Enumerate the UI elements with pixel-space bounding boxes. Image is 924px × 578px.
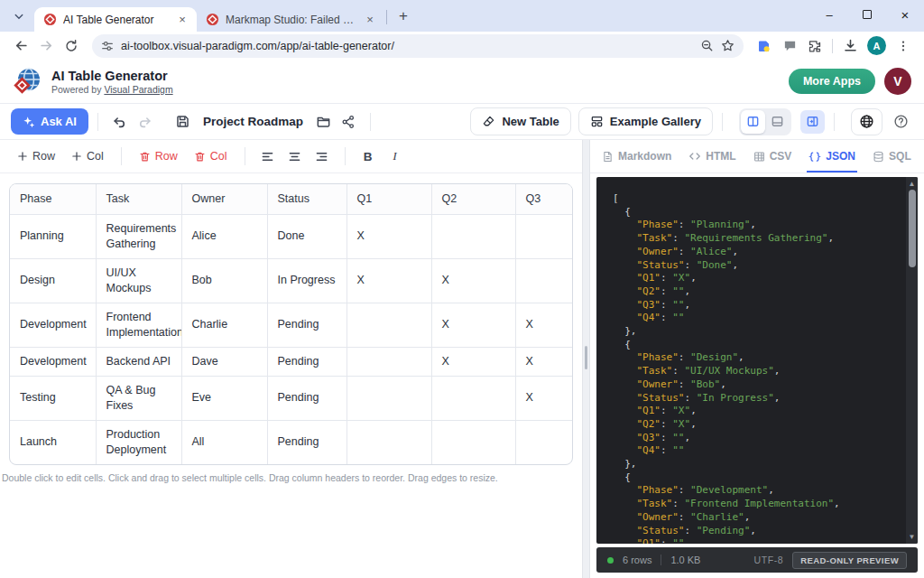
table-cell[interactable] [346, 347, 431, 376]
help-icon[interactable] [888, 109, 913, 135]
column-header[interactable]: Task [96, 184, 181, 214]
editor-scrollbar[interactable]: ▲ ▼ [906, 177, 918, 544]
table-cell[interactable]: Production Deployment [96, 420, 181, 464]
example-gallery-button[interactable]: Example Gallery [578, 107, 713, 135]
maximize-button[interactable] [848, 0, 886, 29]
table-cell[interactable]: Development [10, 347, 96, 376]
back-icon[interactable] [9, 34, 32, 58]
table-cell[interactable]: Pending [267, 347, 346, 376]
new-tab-button[interactable]: + [393, 5, 414, 27]
table-cell[interactable] [431, 214, 515, 258]
column-header[interactable]: Q2 [431, 184, 515, 214]
split-vertical-layout-icon[interactable] [741, 110, 765, 134]
delete-row-button[interactable]: Row [131, 144, 186, 168]
table-cell[interactable]: Backend API [96, 347, 181, 376]
share-icon[interactable] [336, 109, 361, 135]
forward-icon[interactable] [34, 34, 58, 58]
italic-button[interactable]: I [384, 144, 406, 168]
table-cell[interactable]: Dave [181, 347, 267, 376]
table-cell[interactable]: Bob [181, 258, 267, 303]
browser-tab[interactable]: AI Table Generator× [34, 7, 197, 32]
table-cell[interactable]: Development [10, 303, 96, 347]
redo-icon[interactable] [133, 109, 158, 135]
undo-icon[interactable] [107, 109, 133, 135]
table-cell[interactable]: All [181, 420, 267, 464]
table-cell[interactable]: Planning [10, 214, 96, 258]
document-title[interactable]: Project Roadmap [203, 115, 303, 128]
table-cell[interactable] [346, 376, 431, 420]
export-tab-html[interactable]: HTML [688, 140, 735, 172]
table-cell[interactable] [515, 420, 573, 464]
bold-button[interactable]: B [357, 144, 379, 168]
add-row-button[interactable]: Row [9, 144, 63, 168]
toggle-right-panel-icon[interactable] [800, 110, 825, 134]
table-cell[interactable] [515, 258, 573, 303]
browser-menu-kebab-icon[interactable] [892, 34, 915, 58]
extension-docs-icon[interactable] [753, 34, 776, 58]
table-cell[interactable]: X [515, 347, 573, 376]
reload-icon[interactable] [60, 34, 83, 58]
export-tab-json[interactable]: JSON [808, 140, 855, 172]
table-cell[interactable] [431, 376, 515, 420]
table-cell[interactable]: Charlie [181, 303, 267, 347]
scroll-down-icon[interactable]: ▼ [906, 531, 918, 543]
table-cell[interactable]: UI/UX Mockups [96, 258, 181, 303]
table-cell[interactable]: Pending [267, 420, 346, 464]
split-horizontal-layout-icon[interactable] [765, 110, 790, 134]
panel-splitter[interactable] [582, 140, 590, 578]
account-avatar[interactable]: V [884, 68, 911, 95]
new-table-button[interactable]: New Table [470, 107, 570, 135]
table-cell[interactable] [515, 214, 573, 258]
language-globe-icon[interactable] [851, 108, 882, 135]
extension-chat-icon[interactable] [778, 34, 801, 58]
save-icon[interactable] [171, 109, 196, 135]
table-cell[interactable]: X [346, 214, 431, 258]
url-text[interactable]: ai-toolbox.visual-paradigm.com/app/ai-ta… [121, 40, 394, 52]
table-cell[interactable]: X [431, 347, 515, 376]
align-center-icon[interactable] [284, 144, 306, 168]
open-folder-icon[interactable] [310, 109, 336, 135]
splitter-drag-handle[interactable] [585, 346, 587, 369]
chrome-profile-avatar[interactable]: A [867, 36, 886, 55]
visual-paradigm-link[interactable]: Visual Paradigm [104, 84, 172, 95]
ask-ai-button[interactable]: Ask AI [11, 108, 88, 135]
tab-search-chevron-icon[interactable] [7, 5, 31, 28]
table-cell[interactable] [346, 420, 431, 464]
table-cell[interactable] [346, 303, 431, 347]
close-window-button[interactable]: × [886, 0, 924, 29]
table-cell[interactable]: Eve [181, 376, 267, 420]
export-tab-csv[interactable]: CSV [753, 140, 792, 172]
table-cell[interactable]: Launch [10, 420, 96, 464]
table-cell[interactable]: Testing [10, 376, 96, 420]
table-cell[interactable]: X [431, 258, 515, 303]
browser-tab[interactable]: Markmap Studio: Failed to ope× [197, 7, 384, 32]
table-cell[interactable]: Frontend Implementation [96, 303, 181, 347]
table-cell[interactable]: Pending [267, 303, 346, 347]
table-cell[interactable]: Alice [181, 214, 267, 258]
tab-close-icon[interactable]: × [363, 13, 377, 27]
extensions-puzzle-icon[interactable] [803, 34, 827, 58]
align-left-icon[interactable] [257, 144, 279, 168]
align-right-icon[interactable] [311, 144, 333, 168]
table-cell[interactable]: QA & Bug Fixes [96, 376, 181, 420]
column-header[interactable]: Q3 [515, 184, 573, 214]
delete-col-button[interactable]: Col [186, 144, 236, 168]
column-header[interactable]: Phase [10, 184, 96, 214]
column-header[interactable]: Owner [181, 184, 267, 214]
export-tab-sql[interactable]: SQL [873, 140, 911, 172]
column-header[interactable]: Q1 [346, 184, 431, 214]
table-cell[interactable]: X [515, 303, 573, 347]
table-cell[interactable]: In Progress [267, 258, 346, 303]
address-bar[interactable]: ai-toolbox.visual-paradigm.com/app/ai-ta… [92, 34, 744, 58]
downloads-icon[interactable] [838, 34, 862, 58]
table-cell[interactable]: Design [10, 258, 96, 303]
column-header[interactable]: Status [267, 184, 346, 214]
table-cell[interactable]: X [431, 303, 515, 347]
table-cell[interactable] [431, 420, 515, 464]
scroll-up-icon[interactable]: ▲ [906, 178, 918, 190]
minimize-button[interactable]: – [810, 0, 848, 29]
scrollbar-thumb[interactable] [909, 190, 916, 267]
add-col-button[interactable]: Col [63, 144, 112, 168]
site-settings-icon[interactable] [101, 40, 114, 52]
table-cell[interactable]: Requirements Gathering [96, 214, 181, 258]
